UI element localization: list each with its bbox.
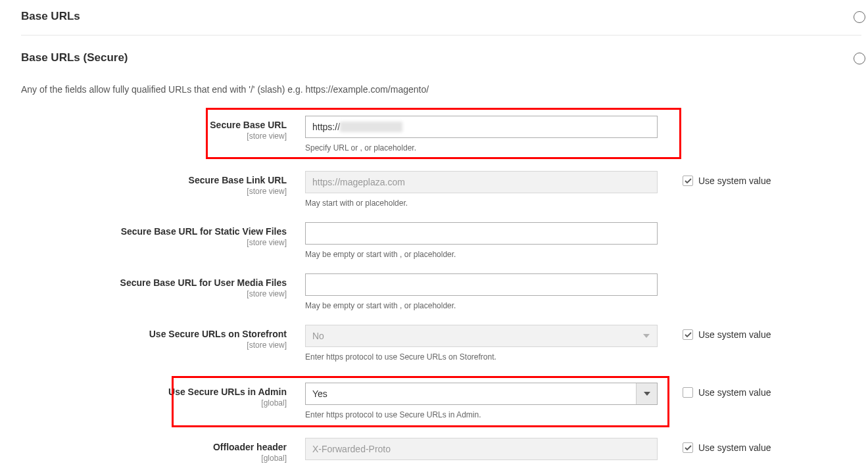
select-value: Yes bbox=[312, 389, 327, 399]
field-scope: [global] bbox=[21, 454, 287, 463]
field-label: Secure Base Link URL bbox=[21, 175, 287, 185]
select-value: No bbox=[312, 331, 324, 341]
row-offloader-header: Offloader header [global] Use system val… bbox=[21, 438, 861, 463]
use-secure-storefront-select: No bbox=[305, 325, 658, 347]
row-use-secure-storefront: Use Secure URLs on Storefront [store vie… bbox=[21, 325, 861, 362]
secure-base-url-input[interactable]: https:// bbox=[305, 116, 658, 138]
use-system-value-label: Use system value bbox=[698, 387, 771, 398]
section-header-base-urls-secure[interactable]: Base URLs (Secure) bbox=[21, 51, 861, 76]
use-system-value-checkbox[interactable] bbox=[683, 176, 693, 186]
field-hint: Enter https protocol to use Secure URLs … bbox=[305, 352, 658, 362]
row-secure-base-url-media: Secure Base URL for User Media Files [st… bbox=[21, 273, 861, 310]
field-hint: May be empty or start with , or placehol… bbox=[305, 250, 658, 259]
use-system-value-checkbox[interactable] bbox=[683, 442, 693, 453]
field-scope: [store view] bbox=[21, 238, 287, 247]
field-scope: [store view] bbox=[21, 187, 287, 196]
input-prefix: https:// bbox=[312, 122, 340, 132]
field-scope: [store view] bbox=[21, 131, 287, 141]
field-scope: [store view] bbox=[21, 341, 287, 350]
collapse-icon[interactable] bbox=[854, 53, 865, 64]
chevron-down-icon[interactable] bbox=[636, 383, 657, 404]
row-use-secure-admin: Use Secure URLs in Admin [global] Yes En… bbox=[21, 376, 861, 423]
row-secure-base-url-static: Secure Base URL for Static View Files [s… bbox=[21, 222, 861, 259]
field-hint: May be empty or start with , or placehol… bbox=[305, 301, 658, 310]
field-label: Secure Base URL for Static View Files bbox=[21, 226, 287, 237]
field-label: Secure Base URL for User Media Files bbox=[21, 277, 287, 288]
offloader-header-input bbox=[305, 438, 658, 460]
use-system-value-checkbox[interactable] bbox=[683, 329, 693, 340]
collapse-icon[interactable] bbox=[854, 11, 865, 23]
redacted-value bbox=[340, 122, 402, 132]
row-secure-base-url: Secure Base URL [store view] https:// Sp… bbox=[21, 108, 861, 156]
field-hint: May start with or placeholder. bbox=[305, 199, 658, 208]
section-title: Base URLs (Secure) bbox=[21, 51, 128, 64]
secure-base-link-url-input bbox=[305, 171, 658, 193]
secure-base-url-static-input[interactable] bbox=[305, 222, 658, 245]
field-hint: Specify URL or , or placeholder. bbox=[305, 143, 658, 153]
use-secure-admin-select[interactable]: Yes bbox=[305, 383, 658, 405]
intro-text: Any of the fields allow fully qualified … bbox=[21, 84, 861, 95]
use-system-value-checkbox[interactable] bbox=[683, 387, 693, 398]
field-label: Use Secure URLs in Admin bbox=[21, 387, 287, 397]
field-scope: [store view] bbox=[21, 289, 287, 298]
field-label: Use Secure URLs on Storefront bbox=[21, 329, 287, 339]
secure-base-url-media-input[interactable] bbox=[305, 273, 658, 296]
field-scope: [global] bbox=[21, 398, 287, 408]
section-title: Base URLs bbox=[21, 10, 80, 22]
field-label: Secure Base URL bbox=[21, 120, 287, 130]
section-header-base-urls[interactable]: Base URLs bbox=[21, 10, 861, 35]
field-label: Offloader header bbox=[21, 442, 287, 452]
row-secure-base-link-url: Secure Base Link URL [store view] May st… bbox=[21, 171, 861, 208]
use-system-value-label: Use system value bbox=[698, 329, 771, 340]
field-hint: Enter https protocol to use Secure URLs … bbox=[305, 410, 658, 419]
chevron-down-icon bbox=[636, 325, 657, 346]
use-system-value-label: Use system value bbox=[698, 442, 771, 453]
use-system-value-label: Use system value bbox=[698, 176, 771, 186]
